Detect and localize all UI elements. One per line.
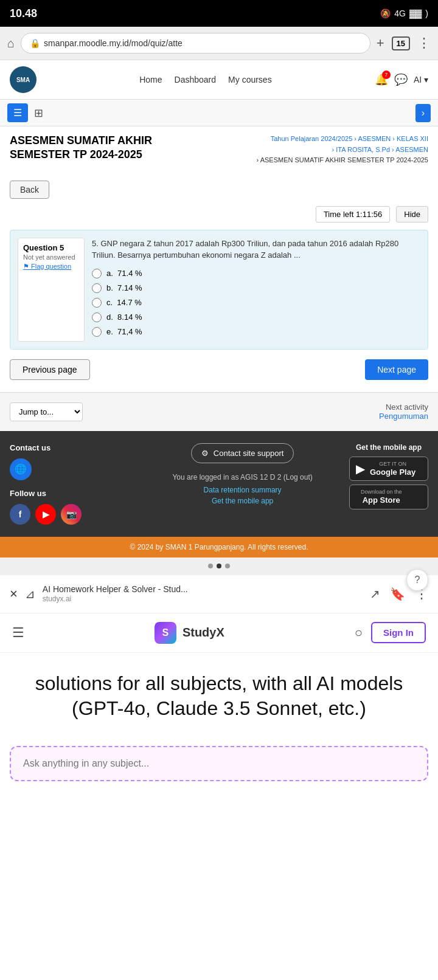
jump-to-select[interactable]: Jump to... [10, 402, 83, 421]
option-e-label: e. 71,4 % [106, 327, 142, 336]
app-store-name: App Store [361, 495, 402, 505]
breadcrumb: Tahun Pelajaran 2024/2025 › ASESMEN › KE… [257, 134, 428, 166]
bc-teacher[interactable]: ITA ROSITA, S.Pd [336, 146, 390, 153]
moodle-logo: SMA [10, 66, 36, 93]
hamburger-menu[interactable]: ☰ [12, 625, 24, 641]
sidebar-toggle-button[interactable]: ☰ [7, 103, 28, 122]
nav-home[interactable]: Home [139, 75, 162, 85]
instagram-icon[interactable]: 📷 [61, 504, 82, 525]
sidebar-toggle-row: ☰ ⊞ › [0, 100, 438, 126]
jump-section: Jump to... Next activity Pengumuman [0, 392, 438, 431]
contact-us-heading: Contact us [10, 443, 136, 452]
option-b: b. 7.14 % [92, 283, 420, 293]
option-c: c. 14.7 % [92, 298, 420, 308]
app-store-sub: Download on the [361, 489, 402, 495]
question-text: 5. GNP negara Z tahun 2017 adalah Rp300 … [92, 238, 420, 261]
status-time: 10.48 [10, 7, 37, 20]
bc-asesmen2[interactable]: ASESMEN [395, 146, 428, 153]
hide-button[interactable]: Hide [396, 206, 428, 223]
social-icons: f ▶ 📷 [10, 504, 136, 525]
grid-icon[interactable]: ⊞ [34, 106, 43, 120]
option-c-radio[interactable] [92, 298, 102, 308]
studyx-logo: S [155, 622, 176, 644]
add-tab-button[interactable]: + [377, 35, 384, 51]
footer-right-col: Get the mobile app ▶ GET IT ON Google Pl… [349, 443, 428, 525]
browser-bar: ⌂ 🔒 smanpar.moodle.my.id/mod/quiz/atte +… [0, 27, 438, 60]
tab-count[interactable]: 15 [392, 36, 410, 50]
youtube-icon[interactable]: ▶ [35, 504, 56, 525]
back-button[interactable]: Back [10, 181, 49, 199]
help-button[interactable]: ? [406, 569, 428, 591]
option-b-label: b. 7.14 % [106, 283, 142, 292]
option-b-radio[interactable] [92, 283, 102, 293]
studyx-hero-text: solutions for all subjects, with all AI … [12, 671, 426, 722]
nav-my-courses[interactable]: My courses [228, 75, 272, 85]
right-sidebar-toggle[interactable]: › [415, 104, 431, 122]
bc-asesmen[interactable]: ASESMEN [358, 135, 391, 142]
url-bar[interactable]: 🔒 smanpar.moodle.my.id/mod/quiz/atte [21, 33, 370, 53]
studyx-ask-input[interactable] [23, 758, 415, 769]
logged-in-text: You are logged in as AGIS 12 D 2 (Log ou… [148, 473, 337, 481]
previous-page-button[interactable]: Previous page [10, 359, 90, 380]
bc-kelas[interactable]: KELAS XII [397, 135, 428, 142]
bc-year[interactable]: Tahun Pelajaran 2024/2025 [271, 135, 353, 142]
data-retention-link[interactable]: Data retention summary [204, 486, 282, 494]
footer: Contact us 🌐 Follow us f ▶ 📷 ⚙ Contact s… [0, 431, 438, 537]
option-d-label: d. 8.14 % [106, 312, 142, 322]
studyx-input-area[interactable] [10, 746, 428, 781]
question-body: 5. GNP negara Z tahun 2017 adalah Rp300 … [92, 238, 420, 342]
dot-2 [217, 564, 221, 568]
google-play-button[interactable]: ▶ GET IT ON Google Play [349, 457, 428, 481]
mobile-app-heading: Get the mobile app [349, 443, 428, 452]
signal-icon: 4G [394, 9, 406, 18]
contact-icon[interactable]: 🌐 [10, 458, 32, 480]
facebook-icon[interactable]: f [10, 504, 30, 525]
option-d: d. 8.14 % [92, 312, 420, 322]
tune-icon[interactable]: ⊿ [25, 587, 35, 601]
next-page-button[interactable]: Next page [365, 359, 428, 380]
get-mobile-app-link[interactable]: Get the mobile app [212, 497, 273, 505]
footer-center-col: ⚙ Contact site support You are logged in… [148, 443, 337, 525]
option-e-radio[interactable] [92, 327, 102, 337]
follow-us-heading: Follow us [10, 489, 136, 498]
studyx-signin-button[interactable]: Sign In [371, 622, 426, 643]
notification-badge[interactable]: 🔔 7 [375, 73, 388, 86]
next-activity: Next activity Pengumuman [379, 402, 428, 421]
option-a-radio[interactable] [92, 269, 102, 278]
chat-icon[interactable]: 💬 [394, 73, 408, 86]
sheet-header-left: × ⊿ AI Homework Helper & Solver - Stud..… [10, 584, 188, 604]
moodle-header: SMA Home Dashboard My courses 🔔 7 💬 AI ▾ [0, 60, 438, 100]
option-e: e. 71,4 % [92, 327, 420, 337]
studyx-search-button[interactable]: ○ [355, 625, 363, 641]
option-d-radio[interactable] [92, 312, 102, 322]
share-icon[interactable]: ↗ [370, 587, 380, 601]
timer-row: Time left 1:11:56 Hide [10, 206, 428, 223]
close-sheet-button[interactable]: × [10, 586, 18, 602]
sheet-domain: studyx.ai [43, 595, 188, 604]
home-icon[interactable]: ⌂ [7, 36, 15, 50]
signal-bars: ▓▓ [409, 9, 422, 18]
timer-label: Time left [324, 210, 356, 219]
notif-count: 7 [382, 71, 391, 79]
moodle-header-right: 🔔 7 💬 AI ▾ [375, 73, 428, 86]
nav-dashboard[interactable]: Dashboard [175, 75, 217, 85]
question-number: Question 5 [23, 243, 79, 252]
question-status: Not yet answered [23, 254, 79, 261]
google-play-icon: ▶ [356, 461, 365, 476]
contact-support-button[interactable]: ⚙ Contact site support [191, 443, 294, 463]
app-store-button[interactable]: Download on the App Store [349, 485, 428, 509]
bookmark-icon[interactable]: 🔖 [390, 587, 405, 601]
page-header: ASESMEN SUMATIF AKHIR SEMESTER TP 2024-2… [0, 126, 438, 173]
more-options-icon[interactable]: ⋮ [417, 35, 431, 51]
url-text: smanpar.moodle.my.id/mod/quiz/atte [44, 38, 182, 48]
gear-icon: ⚙ [201, 449, 209, 458]
copyright-text: © 2024 by SMAN 1 Parungpanjang. All righ… [130, 543, 308, 551]
dot-1 [208, 564, 213, 568]
question-sidebar: Question 5 Not yet answered ⚑ Flag quest… [18, 238, 85, 342]
google-play-name: Google Play [370, 468, 415, 477]
bottom-sheet: × ⊿ AI Homework Helper & Solver - Stud..… [0, 575, 438, 781]
user-menu[interactable]: AI ▾ [414, 75, 428, 85]
flag-question-link[interactable]: ⚑ Flag question [23, 263, 71, 270]
next-activity-link[interactable]: Pengumuman [379, 412, 428, 421]
browser-actions: + 15 ⋮ [377, 35, 431, 51]
